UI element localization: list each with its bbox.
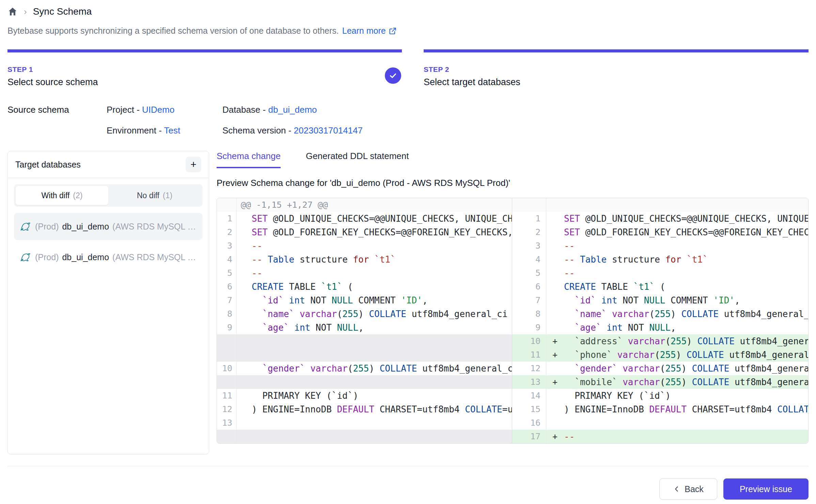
diff-old-cell (217, 375, 512, 389)
mysql-icon (19, 251, 32, 263)
diff-row: 9 `age` int NOT NULL,9 `age` int NOT NUL… (217, 321, 808, 334)
line-number: 2 (512, 225, 546, 239)
diff-old-cell: 7 `id` int NOT NULL COMMENT 'ID', (217, 294, 512, 307)
code-line: -- (564, 239, 808, 253)
preview-issue-button[interactable]: Preview issue (723, 478, 809, 500)
diff-new-cell: 11+ `phone` varchar(255) COLLATE utf8mb4… (512, 348, 808, 362)
database-list-item[interactable]: (Prod) db_ui_demo (AWS RDS MySQL Prod) (14, 213, 203, 240)
diff-marker (237, 239, 252, 253)
code-line: SET @OLD_UNIQUE_CHECKS=@@UNIQUE_CHECKS, … (564, 212, 808, 225)
diff-row: 2SET @OLD_FOREIGN_KEY_CHECKS=@@FOREIGN_K… (217, 225, 808, 239)
diff-marker (546, 280, 564, 294)
diff-row: 12) ENGINE=InnoDB DEFAULT CHARSET=utf8mb… (217, 403, 808, 416)
step2-eyebrow: STEP 2 (424, 65, 809, 74)
diff-old-cell (217, 334, 512, 348)
diff-marker (237, 280, 252, 294)
step-progress-bars (7, 49, 809, 52)
code-line: CREATE TABLE `t1` ( (564, 280, 808, 294)
diff-marker (546, 389, 564, 403)
line-number: 15 (512, 403, 546, 416)
diff-marker (237, 321, 252, 334)
code-line: -- (564, 266, 808, 280)
no-diff-count: (1) (163, 191, 172, 200)
code-line (564, 416, 808, 430)
tab-with-diff[interactable]: With diff (2) (16, 186, 108, 205)
diff-row: 5--5-- (217, 266, 808, 280)
step1-title: Select source schema (7, 77, 402, 88)
add-database-button[interactable]: + (186, 157, 201, 172)
diff-new-cell (512, 198, 808, 212)
line-number: 4 (512, 253, 546, 266)
code-line: `name` varchar(255) COLLATE utf8mb4_gene… (252, 307, 512, 321)
schema-version-link[interactable]: 20230317014147 (294, 125, 363, 136)
diff-marker (237, 253, 252, 266)
diff-marker: + (546, 348, 564, 362)
code-line: `age` int NOT NULL, (564, 321, 808, 334)
code-line: `mobile` varchar(255) COLLATE utf8mb4_ge… (564, 375, 808, 389)
code-line: PRIMARY KEY (`id`) (252, 389, 512, 403)
diff-row: 10 `gender` varchar(255) COLLATE utf8mb4… (217, 362, 808, 375)
db-environment: (Prod) (35, 222, 59, 232)
diff-old-cell: 1SET @OLD_UNIQUE_CHECKS=@@UNIQUE_CHECKS,… (217, 212, 512, 225)
tab-generated-ddl[interactable]: Generated DDL statement (306, 151, 409, 168)
code-line: SET @OLD_UNIQUE_CHECKS=@@UNIQUE_CHECKS, … (252, 212, 512, 225)
line-number: 1 (512, 212, 546, 225)
diff-marker (546, 294, 564, 307)
diff-old-cell: @@ -1,15 +1,27 @@ (217, 198, 512, 212)
db-name: db_ui_demo (62, 252, 109, 262)
external-link-icon (389, 27, 397, 35)
source-project-field: Project - UIDemo (107, 105, 222, 115)
diff-marker (237, 225, 252, 239)
diff-old-cell: 10 `gender` varchar(255) COLLATE utf8mb4… (217, 362, 512, 375)
db-instance: (AWS RDS MySQL Prod) (112, 252, 197, 262)
database-list-item[interactable]: (Prod) db_ui_demo (AWS RDS MySQL Prod) (14, 243, 203, 271)
database-link[interactable]: db_ui_demo (268, 105, 317, 115)
tab-schema-change[interactable]: Schema change (217, 151, 281, 168)
step1-progress-bar (7, 49, 402, 52)
code-line: `age` int NOT NULL, (252, 321, 512, 334)
diff-old-cell: 4-- Table structure for `t1` (217, 253, 512, 266)
diff-new-cell: 10+ `address` varchar(255) COLLATE utf8m… (512, 334, 808, 348)
code-line: -- (252, 266, 512, 280)
line-number: 12 (512, 362, 546, 375)
diff-marker (546, 212, 564, 225)
line-number: 12 (217, 403, 237, 416)
diff-new-cell: 4-- Table structure for `t1` (512, 253, 808, 266)
breadcrumb-chevron-icon: › (24, 7, 27, 16)
diff-new-cell: 14 PRIMARY KEY (`id`) (512, 389, 808, 403)
description-text: Bytebase supports synchronizing a specif… (7, 26, 339, 36)
breadcrumb: › Sync Schema (7, 5, 809, 18)
line-number: 6 (512, 280, 546, 294)
diff-marker (237, 212, 252, 225)
diff-marker (237, 266, 252, 280)
home-icon[interactable] (7, 6, 18, 17)
target-databases-header: Target databases + (8, 151, 209, 178)
steps-row: STEP 1 Select source schema STEP 2 Selec… (7, 65, 809, 88)
line-number: 10 (512, 334, 546, 348)
diff-new-cell: 12 `gender` varchar(255) COLLATE utf8mb4… (512, 362, 808, 375)
schema-preview-section: Schema change Generated DDL statement Pr… (217, 151, 809, 454)
db-name: db_ui_demo (62, 222, 109, 232)
diff-old-cell: 3-- (217, 239, 512, 253)
schema-diff-viewer[interactable]: @@ -1,15 +1,27 @@1SET @OLD_UNIQUE_CHECKS… (217, 198, 809, 444)
diff-row: 3--3-- (217, 239, 808, 253)
code-line: `phone` varchar(255) COLLATE utf8mb4_gen… (564, 348, 808, 362)
diff-marker (237, 362, 252, 375)
project-link[interactable]: UIDemo (142, 105, 174, 115)
target-databases-title: Target databases (15, 160, 81, 170)
diff-marker (546, 416, 564, 430)
line-number: 1 (217, 212, 237, 225)
diff-new-cell: 6CREATE TABLE `t1` ( (512, 280, 808, 294)
back-button[interactable]: Back (659, 478, 717, 500)
environment-link[interactable]: Test (164, 125, 181, 136)
code-line: -- (252, 239, 512, 253)
diff-new-cell: 15) ENGINE=InnoDB DEFAULT CHARSET=utf8mb… (512, 403, 808, 416)
code-line: `id` int NOT NULL COMMENT 'ID', (564, 294, 808, 307)
tab-no-diff[interactable]: No diff (1) (108, 186, 201, 205)
diff-row: 4-- Table structure for `t1`4-- Table st… (217, 253, 808, 266)
line-number: 8 (512, 307, 546, 321)
code-line: -- Table structure for `t1` (564, 253, 808, 266)
diff-marker (237, 294, 252, 307)
diff-old-cell: 8 `name` varchar(255) COLLATE utf8mb4_ge… (217, 307, 512, 321)
learn-more-link[interactable]: Learn more (342, 26, 397, 36)
